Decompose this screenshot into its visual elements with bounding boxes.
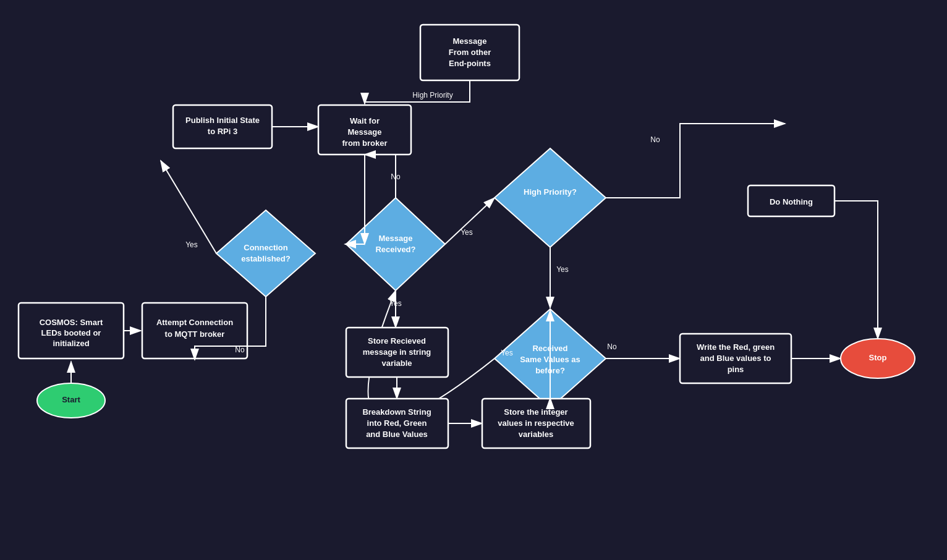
svg-text:Wait for: Wait for <box>350 116 380 125</box>
svg-text:Attempt Connection: Attempt Connection <box>156 318 233 327</box>
svg-text:Connection: Connection <box>244 243 288 252</box>
svg-text:No: No <box>607 342 617 351</box>
svg-text:from broker: from broker <box>342 138 388 148</box>
do-nothing-label: Do Nothing <box>770 197 813 206</box>
svg-text:LEDs booted or: LEDs booted or <box>41 328 101 337</box>
svg-text:variables: variables <box>519 430 553 439</box>
svg-text:Yes: Yes <box>185 240 198 249</box>
svg-line-11 <box>161 161 216 253</box>
svg-text:Yes: Yes <box>501 349 513 357</box>
svg-text:and Blue Values: and Blue Values <box>366 430 428 439</box>
svg-text:Store Recieved: Store Recieved <box>368 336 426 346</box>
svg-text:established?: established? <box>241 254 291 263</box>
svg-text:Received?: Received? <box>375 245 415 254</box>
svg-line-29 <box>445 198 495 244</box>
svg-text:High Priority: High Priority <box>412 91 452 100</box>
conn-established-node <box>216 210 315 297</box>
svg-text:Stop: Stop <box>869 353 887 362</box>
svg-text:No: No <box>650 135 660 144</box>
high-priority-node <box>495 148 606 247</box>
svg-text:Publish Initial State: Publish Initial State <box>185 116 260 125</box>
svg-text:Breakdown String: Breakdown String <box>362 407 431 417</box>
svg-text:From other: From other <box>449 48 491 57</box>
svg-text:values in respective: values in respective <box>498 418 574 428</box>
start-label: Start <box>62 395 80 404</box>
svg-text:to RPi 3: to RPi 3 <box>208 127 237 136</box>
svg-text:pins: pins <box>728 365 744 374</box>
svg-text:message in string: message in string <box>363 347 431 357</box>
svg-text:Message: Message <box>379 234 413 243</box>
cosmos-init-label: COSMOS: Smart <box>40 318 103 327</box>
svg-text:Message: Message <box>453 36 487 46</box>
svg-text:Write the Red, green: Write the Red, green <box>697 342 775 352</box>
svg-text:Yes: Yes <box>556 265 569 274</box>
svg-text:into Red, Green: into Red, Green <box>367 418 427 428</box>
svg-text:initialized: initialized <box>53 339 89 348</box>
svg-text:variable: variable <box>381 358 412 368</box>
svg-text:and Blue values to: and Blue values to <box>700 354 771 363</box>
svg-text:No: No <box>235 346 245 354</box>
svg-text:Yes: Yes <box>461 228 473 237</box>
svg-text:Message: Message <box>348 127 382 137</box>
svg-text:End-points: End-points <box>449 59 491 68</box>
svg-text:High Priority?: High Priority? <box>524 187 577 197</box>
svg-text:to MQTT broker: to MQTT broker <box>165 329 225 339</box>
svg-text:Store the integer: Store the integer <box>504 407 567 417</box>
